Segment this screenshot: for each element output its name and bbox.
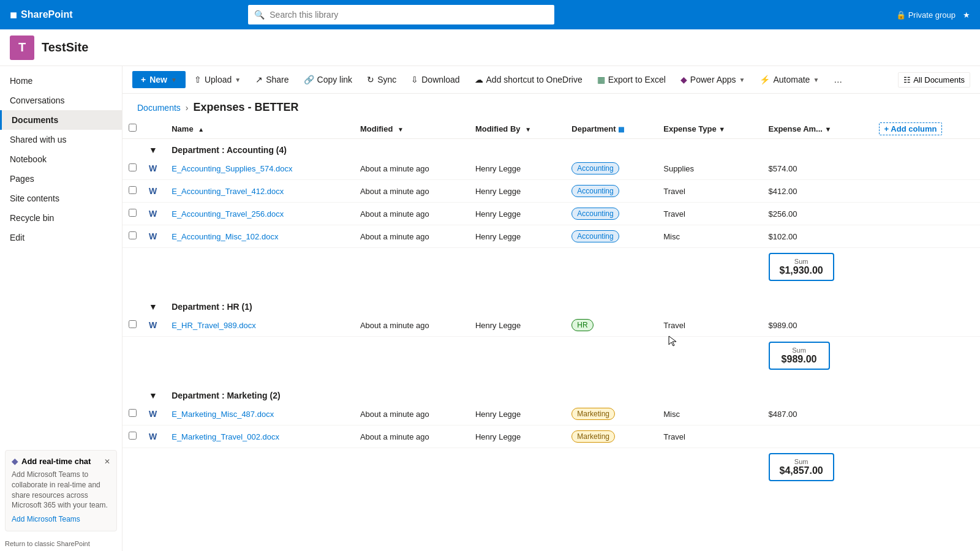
file-name-cell: E_HR_Travel_989.docx (165, 314, 354, 337)
new-button[interactable]: + New ▼ (132, 71, 186, 88)
col-department[interactable]: Department ▩ (565, 119, 657, 139)
power-apps-button[interactable]: ◆ Power Apps ▼ (674, 71, 752, 88)
file-name[interactable]: E_Accounting_Supplies_574.docx (172, 164, 292, 173)
group-header-marketing[interactable]: ▼ Department : Marketing (2) (123, 384, 980, 403)
group-label: Department : Marketing (2) (165, 384, 980, 403)
modified-cell: About a minute ago (354, 403, 469, 425)
group-header-accounting[interactable]: ▼ Department : Accounting (4) (123, 139, 980, 158)
modified-by-cell: Henry Legge (469, 157, 565, 180)
sp-icon: ■ (10, 8, 17, 22)
search-input[interactable] (270, 10, 548, 20)
sidebar-item-notebook[interactable]: Notebook (0, 149, 122, 169)
row-checkbox[interactable] (129, 163, 137, 171)
row-checkbox[interactable] (129, 209, 137, 217)
table-row[interactable]: W E_Accounting_Misc_102.docx About a min… (123, 225, 980, 248)
toolbar: + New ▼ ⇧ Upload ▼ ↗ Share 🔗 Copy link ↻… (123, 66, 980, 94)
sync-button[interactable]: ↻ Sync (361, 71, 402, 88)
sidebar-nav: Home Conversations Documents Shared with… (0, 71, 122, 247)
automate-dropdown-icon: ▼ (813, 77, 819, 83)
table-row[interactable]: W E_HR_Travel_989.docx About a minute ag… (123, 314, 980, 337)
col-check[interactable] (123, 119, 143, 139)
col-modified[interactable]: Modified ▼ (354, 119, 469, 139)
sidebar-item-pages[interactable]: Pages (0, 169, 122, 189)
file-name[interactable]: E_Marketing_Travel_002.docx (172, 432, 279, 441)
upload-icon: ⇧ (194, 75, 202, 84)
expense-type-cell: Travel (657, 203, 762, 225)
department-badge: Accounting (571, 230, 619, 242)
department-cell: Accounting (565, 157, 657, 180)
breadcrumb: Documents › Expenses - BETTER (123, 94, 980, 119)
group-header-hr[interactable]: ▼ Department : HR (1) (123, 296, 980, 314)
modified-cell: About a minute ago (354, 314, 469, 337)
layout: Home Conversations Documents Shared with… (0, 66, 980, 551)
copy-link-button[interactable]: 🔗 Copy link (298, 71, 359, 88)
sidebar-item-recycle-bin[interactable]: Recycle bin (0, 208, 122, 228)
more-options-button[interactable]: … (827, 71, 848, 88)
row-checkbox[interactable] (129, 409, 137, 417)
modified-by-cell: Henry Legge (469, 225, 565, 248)
expense-type-cell: Travel (657, 314, 762, 337)
export-excel-button[interactable]: ▦ Export to Excel (591, 71, 672, 88)
sum-box-marketing: Sum $4,857.00 (769, 453, 834, 481)
chat-panel: ◆ Add real-time chat ✕ Add Microsoft Tea… (5, 450, 117, 531)
group-collapse-icon[interactable]: ▼ (149, 302, 157, 312)
file-name[interactable]: E_Accounting_Travel_412.docx (172, 187, 284, 196)
file-name[interactable]: E_Accounting_Misc_102.docx (172, 232, 278, 241)
sum-value: $4,857.00 (780, 465, 823, 476)
group-collapse-icon[interactable]: ▼ (149, 145, 157, 155)
select-all-checkbox[interactable] (129, 124, 137, 132)
file-name[interactable]: E_Marketing_Misc_487.docx (172, 410, 274, 419)
sidebar-item-documents[interactable]: Documents (0, 110, 122, 130)
expense-type-sort-icon: ▼ (718, 126, 725, 133)
table-row[interactable]: W E_Accounting_Travel_256.docx About a m… (123, 203, 980, 225)
breadcrumb-parent[interactable]: Documents (137, 103, 181, 113)
sum-label: Sum (780, 458, 823, 465)
table-row[interactable]: W E_Accounting_Travel_412.docx About a m… (123, 180, 980, 203)
row-checkbox[interactable] (129, 231, 137, 239)
sum-row-hr: Sum $989.00 (123, 337, 980, 375)
col-expense-type[interactable]: Expense Type ▼ (657, 119, 762, 139)
automate-button[interactable]: ⚡ Automate ▼ (753, 71, 825, 88)
add-teams-link[interactable]: Add Microsoft Teams (12, 514, 110, 525)
department-badge: Accounting (571, 208, 619, 220)
share-icon: ↗ (255, 75, 263, 84)
favorite-icon[interactable]: ★ (963, 10, 970, 20)
table-row[interactable]: W E_Accounting_Supplies_574.docx About a… (123, 157, 980, 180)
row-checkbox[interactable] (129, 432, 137, 440)
table-row[interactable]: W E_Marketing_Travel_002.docx About a mi… (123, 425, 980, 448)
col-modified-by[interactable]: Modified By ▼ (469, 119, 565, 139)
file-name[interactable]: E_HR_Travel_989.docx (172, 321, 256, 330)
file-name[interactable]: E_Accounting_Travel_256.docx (172, 209, 284, 219)
sum-box-accounting: Sum $1,930.00 (769, 253, 834, 281)
search-bar[interactable]: 🔍 (248, 5, 554, 24)
row-checkbox[interactable] (129, 320, 137, 328)
sidebar-item-home[interactable]: Home (0, 71, 122, 91)
sum-label: Sum (780, 347, 819, 354)
sidebar-item-shared[interactable]: Shared with us (0, 130, 122, 149)
sidebar-item-edit[interactable]: Edit (0, 228, 122, 247)
col-expense-amount[interactable]: Expense Am... ▼ (763, 119, 873, 139)
group-collapse-icon[interactable]: ▼ (149, 391, 157, 400)
sidebar-item-conversations[interactable]: Conversations (0, 91, 122, 110)
group-label: Department : Accounting (4) (165, 139, 980, 158)
expense-amount-sort-icon: ▼ (825, 126, 832, 133)
download-button[interactable]: ⇩ Download (405, 71, 466, 88)
share-button[interactable]: ↗ Share (249, 71, 295, 88)
onedrive-icon: ☁ (475, 75, 483, 84)
amount-cell: $412.00 (763, 180, 873, 203)
more-dots-icon: … (834, 75, 842, 84)
all-documents-button[interactable]: ☷ All Documents (898, 72, 970, 88)
col-add-column[interactable]: + Add column (873, 119, 980, 139)
modified-cell: About a minute ago (354, 225, 469, 248)
add-shortcut-button[interactable]: ☁ Add shortcut to OneDrive (469, 71, 589, 88)
upload-button[interactable]: ⇧ Upload ▼ (188, 71, 247, 88)
row-checkbox[interactable] (129, 186, 137, 194)
file-name-cell: E_Accounting_Travel_256.docx (165, 203, 354, 225)
word-file-icon: W (149, 186, 157, 196)
group-spacer (123, 286, 980, 296)
col-name[interactable]: Name ▲ (165, 119, 354, 139)
sidebar-item-site-contents[interactable]: Site contents (0, 189, 122, 208)
close-icon[interactable]: ✕ (104, 457, 110, 466)
table-row[interactable]: W E_Marketing_Misc_487.docx About a minu… (123, 403, 980, 425)
return-to-classic-link[interactable]: Return to classic SharePoint (0, 536, 122, 551)
